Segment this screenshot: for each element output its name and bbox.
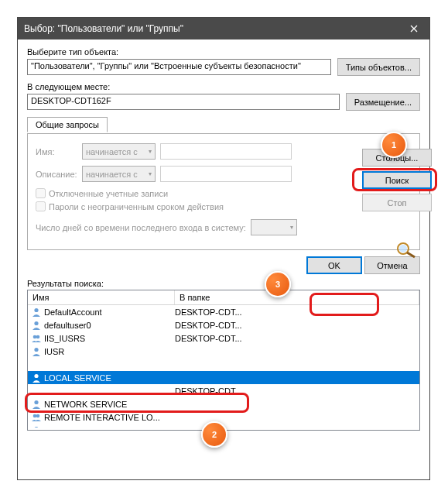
user-icon (31, 307, 42, 318)
titlebar: Выбор: "Пользователи" или "Группы" (18, 18, 429, 39)
result-name: LOCAL SERVICE (29, 373, 173, 383)
disabled-accounts-checkbox[interactable]: Отключенные учетные записи (36, 188, 412, 198)
search-icon (395, 242, 418, 259)
column-folder[interactable]: В папке (175, 290, 419, 304)
svg-point-8 (36, 414, 40, 417)
password-no-expire-checkbox[interactable]: Пароли с неограниченным сроком действия (36, 201, 412, 211)
locations-button[interactable]: Размещение... (346, 93, 420, 111)
svg-point-11 (399, 245, 407, 252)
table-row[interactable]: DESKTOP-CDT... (28, 384, 419, 397)
results-list: Имя В папке DefaultAccountDESKTOP-CDT...… (27, 290, 420, 431)
table-row[interactable]: NETWORK SERVICE (28, 397, 419, 410)
result-folder: DESKTOP-CDT... (173, 386, 418, 396)
description-input[interactable] (160, 166, 292, 182)
user-icon (31, 320, 42, 331)
find-now-button[interactable]: Поиск (362, 171, 432, 189)
results-header: Имя В папке (28, 290, 419, 305)
days-since-combo[interactable]: ▾ (251, 219, 297, 235)
object-types-button[interactable]: Типы объектов... (337, 58, 420, 76)
svg-point-9 (34, 426, 38, 428)
result-name (29, 386, 173, 397)
svg-point-3 (36, 335, 40, 338)
name-label: Имя: (36, 147, 82, 156)
window-title: Выбор: "Пользователи" или "Группы" (24, 23, 398, 34)
select-objects-dialog: Выбор: "Пользователи" или "Группы" Выбер… (17, 17, 430, 480)
tab-strip: Общие запросы (27, 117, 420, 134)
tab-panel: Имя: начинается с▾ Описание: начинается … (27, 134, 420, 250)
group-icon (31, 333, 42, 344)
user-icon (31, 399, 42, 410)
blank-icon (31, 386, 42, 397)
result-name: IUSR (29, 346, 173, 357)
close-icon[interactable] (398, 18, 429, 39)
cancel-button[interactable]: Отмена (364, 256, 420, 274)
callout-3: 3 (265, 271, 291, 297)
user-icon (31, 373, 42, 383)
chevron-down-icon: ▾ (290, 224, 293, 231)
table-row[interactable]: defaultuser0DESKTOP-CDT... (28, 318, 419, 331)
result-name: DefaultAccount (29, 307, 173, 318)
description-label: Описание: (36, 170, 82, 179)
chevron-down-icon: ▾ (149, 170, 152, 177)
result-folder: DESKTOP-CDT... (173, 307, 418, 317)
tab-common-queries[interactable]: Общие запросы (27, 117, 108, 132)
results-label: Результаты поиска: (27, 279, 420, 288)
svg-point-5 (34, 373, 38, 377)
results-body[interactable]: DefaultAccountDESKTOP-CDT...defaultuser0… (28, 305, 419, 428)
result-name: REMOTE INTERACTIVE LO... (29, 412, 173, 423)
callout-1: 1 (381, 132, 407, 158)
svg-point-7 (33, 414, 37, 417)
object-type-field[interactable]: "Пользователи", "Группы" или "Встроенные… (27, 59, 331, 75)
days-since-label: Число дней со времени последнего входа в… (36, 223, 246, 232)
table-row[interactable]: REMOTE INTERACTIVE LO... (28, 410, 419, 424)
name-match-combo[interactable]: начинается с▾ (82, 143, 156, 160)
svg-point-1 (34, 321, 38, 325)
user-icon (31, 346, 42, 357)
table-row[interactable]: DefaultAccountDESKTOP-CDT... (28, 305, 419, 318)
chevron-down-icon: ▾ (149, 148, 152, 155)
svg-point-2 (33, 335, 37, 338)
column-name[interactable]: Имя (28, 290, 175, 304)
name-input[interactable] (160, 143, 292, 160)
desc-match-combo[interactable]: начинается с▾ (82, 166, 156, 182)
stop-button: Стоп (362, 194, 432, 211)
user-icon (31, 425, 42, 428)
ok-button[interactable]: OK (306, 256, 362, 274)
table-row[interactable] (28, 358, 419, 371)
result-name: IIS_IUSRS (29, 333, 173, 344)
result-name: NETWORK SERVICE (29, 399, 173, 410)
blank-icon (31, 359, 42, 370)
result-folder: DESKTOP-CDT... (173, 334, 418, 343)
result-name: WDAGUtilityAccount (29, 425, 173, 428)
result-folder: DESKTOP-CDT... (173, 321, 418, 330)
object-type-label: Выберите тип объекта: (27, 47, 420, 57)
svg-point-0 (34, 307, 38, 311)
table-row[interactable]: IIS_IUSRSDESKTOP-CDT... (28, 331, 419, 345)
group-icon (31, 412, 42, 423)
table-row[interactable]: LOCAL SERVICE (28, 371, 419, 384)
result-name: defaultuser0 (29, 320, 173, 331)
svg-point-4 (34, 347, 38, 351)
location-field[interactable]: DESKTOP-CDT162F (27, 94, 340, 110)
result-name (29, 359, 173, 370)
location-label: В следующем месте: (27, 82, 420, 91)
callout-2: 2 (201, 421, 227, 448)
svg-point-6 (34, 400, 38, 404)
table-row[interactable]: IUSR (28, 345, 419, 358)
